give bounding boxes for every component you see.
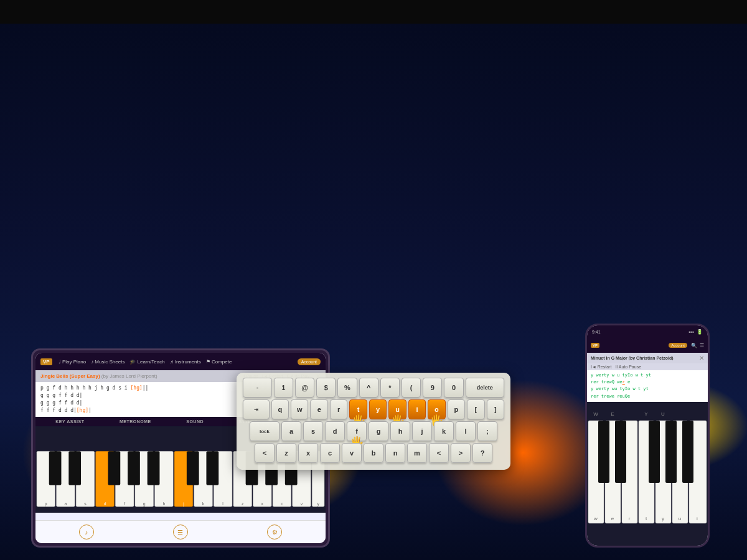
svg-rect-172 [148,451,160,485]
svg-rect-203 [649,421,660,483]
key-h[interactable]: h [390,421,410,441]
key-m[interactable]: m [407,443,427,463]
key-o[interactable]: o 🖐 [428,399,445,419]
key-b[interactable]: b [364,443,383,463]
key-percent[interactable]: % [337,378,357,398]
svg-text:s: s [84,502,87,506]
key-p[interactable]: p [448,399,465,419]
tablet-nav-sheets[interactable]: ♪ Music Sheets [91,359,125,365]
key-tab[interactable]: ⇥ [243,399,270,419]
keyboard-row-4: < z x c v b n m < > ? [243,443,504,463]
key-a[interactable]: a [281,421,301,441]
key-u[interactable]: u 🖐 [388,399,406,419]
svg-text:v: v [301,502,303,506]
key-at[interactable]: @ [295,378,314,398]
svg-rect-204 [665,421,677,483]
key-open-paren[interactable]: 9 [423,378,442,398]
phone-status-icons: ▪▪▪ 🔋 [688,329,703,335]
phone-sheet-row-2: rer trewQ wer e [591,379,704,386]
tablet-key-assist[interactable]: KEY ASSIST [55,419,84,424]
tablet-nav: VP ♩ Play Piano ♪ Music Sheets 🎓 Learn/T… [35,353,326,370]
phone-sheet-row-3: y werty wu tyIo w t yt [591,386,704,393]
phone-search-icon[interactable]: 🔍 [691,343,697,348]
tablet-account-button[interactable]: Account [298,358,321,365]
svg-rect-168 [49,451,62,485]
tablet-nav-learn[interactable]: 🎓 Learn/Teach [129,359,164,365]
tablet-nav-play[interactable]: ♩ Play Piano [59,359,86,365]
tablet-song-title: Jingle Bells (Super Easy) (by James Lord… [40,373,238,379]
key-d[interactable]: d [325,421,345,441]
tablet-nav-instruments[interactable]: ♬ Instruments [170,359,201,365]
svg-text:E: E [611,411,614,417]
key-e[interactable]: e [310,399,327,419]
key-bracket-l[interactable]: [ [467,399,484,419]
key-q[interactable]: q [271,399,289,419]
phone-nav: VP Account 🔍 ☰ [587,338,708,353]
key-s[interactable]: s [303,421,323,441]
phone-close-button[interactable]: ✕ [699,355,704,362]
svg-rect-169 [68,451,81,485]
key-f[interactable]: f 🖐 [347,421,367,441]
key-j[interactable]: j [412,421,432,441]
key-i[interactable]: i [408,399,426,419]
key-delete[interactable]: delete [466,378,504,398]
key-1[interactable]: 1 [274,378,293,398]
key-r[interactable]: r [330,399,347,419]
key-comma[interactable]: < [429,443,449,463]
svg-rect-202 [615,421,626,483]
svg-text:w: w [593,516,598,521]
key-caps[interactable]: lock [250,421,280,441]
phone-restart[interactable]: I◄ Restart [591,365,611,369]
key-l[interactable]: l [456,421,476,441]
key-y[interactable]: y [369,399,387,419]
svg-text:u: u [679,516,681,521]
tablet-nav-compete[interactable]: ⚑ Compete [206,359,232,365]
svg-text:p: p [45,502,47,506]
phone-menu-icon[interactable]: ☰ [700,343,704,348]
key-v[interactable]: v [342,443,362,463]
svg-rect-174 [206,451,218,485]
key-dollar[interactable]: $ [316,378,336,398]
svg-text:h: h [162,502,165,506]
phone-logo: VP [591,343,599,348]
key-question[interactable]: ? [472,443,492,463]
key-lt[interactable]: < [255,443,275,463]
key-semicolon[interactable]: ; [477,421,497,441]
key-caret[interactable]: ^ [359,378,378,398]
svg-text:r: r [629,516,631,521]
key-star[interactable]: ( [402,378,421,398]
key-period[interactable]: > [451,443,471,463]
key-0[interactable]: 0 [444,378,463,398]
phone-account-button[interactable]: Account [669,343,687,348]
key-amp[interactable]: * [380,378,400,398]
phone-nav-icons: 🔍 ☰ [691,343,704,348]
tablet-bottom-list[interactable]: ☰ [173,525,188,539]
key-x[interactable]: x [298,443,318,463]
phone-piano-keyboard[interactable]: w e r t y u i W E Y U [587,402,708,526]
key-bracket-r[interactable]: ] [487,399,504,419]
phone-signal-icon: ▪▪▪ [688,329,694,335]
svg-text:i: i [697,516,698,521]
background: Virtual Piano ♩ Play Piano ♪ Music Sheet… [0,0,747,560]
tablet-sound[interactable]: SOUND [186,419,204,424]
key-g[interactable]: g [369,421,388,441]
key-w[interactable]: w [291,399,308,419]
key-k[interactable]: k [434,421,454,441]
phone-autoplay[interactable]: II Auto Pause [615,365,641,369]
key-n[interactable]: n [385,443,405,463]
computer-keyboard: - 1 @ $ % ^ * ( 9 0 delete ⇥ q w e r t 🖐 [237,373,510,470]
svg-rect-205 [682,421,693,483]
key-z[interactable]: z [276,443,296,463]
tablet-bottom-settings[interactable]: ⚙ [267,525,282,539]
tablet-nav-links: ♩ Play Piano ♪ Music Sheets 🎓 Learn/Teac… [59,359,232,365]
tablet-metronome[interactable]: METRONOME [120,419,151,424]
key-minus[interactable]: - [243,378,272,398]
svg-rect-171 [128,451,140,485]
svg-text:e: e [611,516,614,521]
tablet-bottom-nav: ♪ ☰ ⚙ [35,520,326,543]
phone-battery-icon: 🔋 [697,329,703,335]
key-t[interactable]: t 🖐 [349,399,367,419]
key-c[interactable]: c [320,443,340,463]
phone-piano: w e r t y u i W E Y U [587,402,708,546]
tablet-bottom-music[interactable]: ♪ [79,525,94,539]
